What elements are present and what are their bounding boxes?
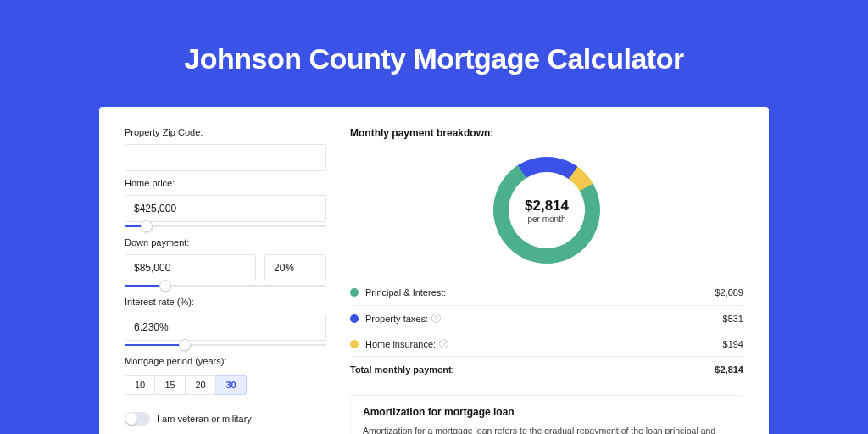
legend-label: Property taxes:?	[365, 314, 723, 324]
legend-row: Principal & Interest:$2,089	[350, 280, 743, 305]
veteran-toggle[interactable]	[125, 412, 150, 426]
legend-total-label: Total monthly payment:	[350, 364, 715, 375]
home-price-label: Home price:	[125, 178, 326, 188]
period-option-20[interactable]: 20	[186, 375, 216, 395]
veteran-row: I am veteran or military	[125, 412, 326, 426]
legend-value: $2,089	[715, 287, 743, 298]
legend-row: Property taxes:?$531	[350, 305, 743, 331]
legend-swatch	[350, 288, 359, 297]
down-payment-amount-input[interactable]	[125, 254, 256, 281]
period-option-15[interactable]: 15	[155, 375, 186, 395]
page-title: Johnson County Mortgage Calculator	[0, 42, 868, 75]
info-icon[interactable]: ?	[431, 314, 441, 323]
legend-row: Home insurance:?$194	[350, 331, 743, 356]
donut-center: $2,814 per month	[509, 172, 585, 248]
period-option-10[interactable]: 10	[125, 375, 155, 395]
home-price-slider[interactable]	[125, 220, 326, 232]
amortization-card: Amortization for mortgage loan Amortizat…	[350, 395, 743, 434]
zip-label: Property Zip Code:	[125, 127, 326, 137]
amortization-heading: Amortization for mortgage loan	[363, 406, 731, 418]
legend-swatch	[350, 314, 359, 323]
amortization-body: Amortization for a mortgage loan refers …	[363, 425, 731, 434]
donut-wrap: $2,814 per month	[350, 146, 743, 275]
interest-rate-slider[interactable]	[125, 339, 326, 351]
down-payment-label: Down payment:	[125, 237, 326, 248]
down-payment-slider[interactable]	[125, 280, 326, 292]
legend-total-value: $2,814	[715, 364, 743, 375]
donut-center-value: $2,814	[525, 198, 569, 214]
legend-label: Principal & Interest:	[365, 287, 715, 298]
legend-value: $194	[723, 339, 743, 349]
legend-value: $531	[723, 314, 743, 324]
period-option-30[interactable]: 30	[216, 375, 247, 395]
legend: Principal & Interest:$2,089Property taxe…	[350, 280, 743, 381]
interest-rate-input[interactable]	[125, 314, 326, 341]
legend-total-row: Total monthly payment:$2,814	[350, 356, 743, 381]
donut-center-sub: per month	[527, 214, 565, 224]
veteran-label: I am veteran or military	[157, 414, 252, 424]
interest-rate-label: Interest rate (%):	[125, 297, 326, 307]
zip-input[interactable]	[125, 144, 326, 171]
hero: Johnson County Mortgage Calculator	[0, 0, 868, 75]
payment-donut-chart: $2,814 per month	[493, 157, 600, 264]
down-payment-percent-input[interactable]	[264, 254, 326, 281]
breakdown-heading: Monthly payment breakdown:	[350, 127, 743, 139]
calculator-panel-frame: Property Zip Code: Home price: Down paym…	[99, 107, 769, 434]
legend-swatch	[350, 340, 359, 348]
mortgage-period-segmented: 10152030	[125, 375, 326, 395]
mortgage-period-label: Mortgage period (years):	[125, 356, 326, 366]
info-icon[interactable]: ?	[439, 339, 448, 348]
home-price-input[interactable]	[125, 195, 326, 222]
legend-label: Home insurance:?	[365, 339, 723, 349]
form-column: Property Zip Code: Home price: Down paym…	[125, 127, 326, 434]
breakdown-column: Monthly payment breakdown: $2,814 per mo…	[350, 127, 743, 434]
calculator-panel: Property Zip Code: Home price: Down paym…	[99, 107, 769, 434]
